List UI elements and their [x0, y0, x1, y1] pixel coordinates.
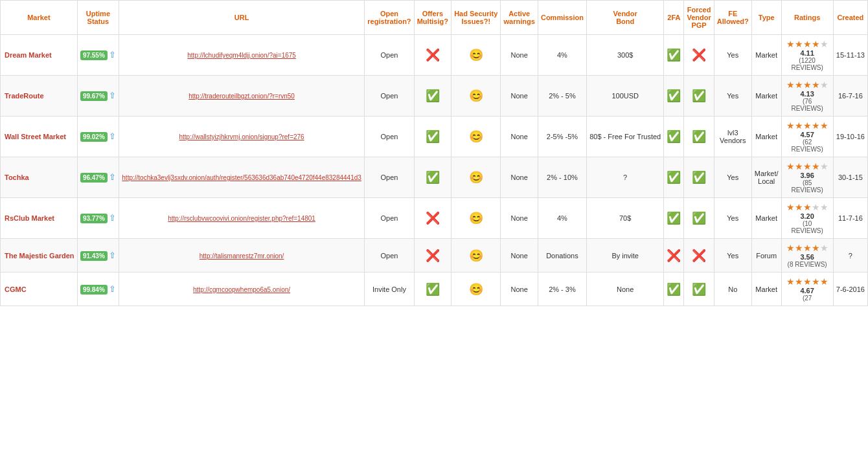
market-type: Market: [751, 198, 781, 239]
vendor-bond: 300$: [587, 35, 664, 76]
forced-pgp: ✅: [684, 157, 714, 198]
star-display: ★★★★★: [784, 120, 830, 131]
active-warnings: None: [501, 273, 538, 306]
market-name[interactable]: Wall Street Market: [1, 117, 78, 157]
uptime-status: 97.55%⇧: [77, 35, 119, 76]
col-header-multisig: Offers Multisig?: [414, 1, 451, 35]
check-icon: ✅: [426, 283, 440, 296]
commission: 4%: [538, 198, 586, 239]
fe-allowed: Yes: [714, 198, 751, 239]
market-name[interactable]: Dream Market: [1, 35, 78, 76]
star-display: ★★★★★: [784, 161, 830, 172]
uptime-status: 91.43%⇧: [77, 239, 119, 273]
created-date: 15-11-13: [833, 35, 867, 76]
uptime-badge: 93.77%: [80, 214, 108, 223]
col-header-fe: FE Allowed?: [714, 1, 751, 35]
uptime-arrow-icon: ⇧: [109, 251, 116, 260]
vendor-bond: None: [587, 273, 664, 306]
market-name[interactable]: RsClub Market: [1, 198, 78, 239]
uptime-arrow-icon: ⇧: [109, 50, 116, 60]
forced-pgp: ✅: [684, 76, 714, 117]
uptime-arrow-icon: ⇧: [109, 213, 116, 223]
uptime-arrow-icon: ⇧: [109, 131, 116, 141]
offers-multisig: ❌: [414, 35, 451, 76]
market-name[interactable]: The Majestic Garden: [1, 239, 78, 273]
market-url[interactable]: http://traderouteilbgzt.onion/?r=rvn50: [119, 76, 364, 117]
ratings: ★★★★★ 4.67 (27: [781, 273, 833, 306]
offers-multisig: ✅: [414, 157, 451, 198]
uptime-badge: 91.43%: [80, 251, 108, 261]
fe-allowed: Yes: [714, 35, 751, 76]
market-type: Forum: [751, 239, 781, 273]
ratings: ★★★★★ 3.20 (10 REVIEWS): [781, 198, 833, 239]
market-type: Market: [751, 117, 781, 157]
market-url[interactable]: http://cgmcoopwhempo6a5.onion/: [119, 273, 364, 306]
table-row: RsClub Market93.77%⇧http://rsclubvwcoovi…: [1, 198, 868, 239]
review-count: (85 REVIEWS): [784, 179, 830, 194]
rating-value: 4.13: [784, 90, 830, 98]
vendor-bond: 80$ - Free For Trusted: [587, 117, 664, 157]
created-date: ?: [833, 239, 867, 273]
security-issues: 😊: [451, 117, 501, 157]
created-date: 16-7-16: [833, 76, 867, 117]
fe-allowed: No: [714, 273, 751, 306]
open-registration: Invite Only: [365, 273, 414, 306]
ratings: ★★★★★ 4.11 (1220 REVIEWS): [781, 35, 833, 76]
commission: 2% - 5%: [538, 76, 586, 117]
security-issues: 😊: [451, 273, 501, 306]
market-url[interactable]: http://wallstyizjhkrvmj.onion/signup?ref…: [119, 117, 364, 157]
smile-icon: 😊: [469, 212, 483, 225]
two-fa: ✅: [664, 157, 684, 198]
two-fa: ✅: [664, 35, 684, 76]
table-row: Wall Street Market99.02%⇧http://wallstyi…: [1, 117, 868, 157]
uptime-status: 96.47%⇧: [77, 157, 119, 198]
uptime-badge: 99.67%: [80, 91, 108, 101]
offers-multisig: ✅: [414, 117, 451, 157]
star-display: ★★★★★: [784, 243, 830, 253]
market-name[interactable]: TradeRoute: [1, 76, 78, 117]
col-header-twofa: 2FA: [664, 1, 684, 35]
active-warnings: None: [501, 239, 538, 273]
open-registration: Open: [365, 198, 414, 239]
check-icon: ✅: [692, 171, 706, 184]
market-name[interactable]: CGMC: [1, 273, 78, 306]
commission: 2% - 3%: [538, 273, 586, 306]
rating-value: 4.11: [784, 49, 830, 57]
col-header-active_warn: Active warnings: [501, 1, 538, 35]
vendor-bond: ?: [587, 157, 664, 198]
col-header-ratings: Ratings: [781, 1, 833, 35]
security-issues: 😊: [451, 35, 501, 76]
two-fa: ✅: [664, 273, 684, 306]
offers-multisig: ❌: [414, 239, 451, 273]
uptime-badge: 99.84%: [80, 285, 108, 295]
review-count: (27: [784, 295, 830, 302]
market-url[interactable]: http://talismanrestz7mr.onion/: [119, 239, 364, 273]
market-url[interactable]: http://lchudifyeqm4ldjj.onion/?ai=1675: [119, 35, 364, 76]
commission: 4%: [538, 35, 586, 76]
col-header-vendor_bond: Vendor Bond: [587, 1, 664, 35]
offers-multisig: ❌: [414, 198, 451, 239]
col-header-commission: Commission: [538, 1, 586, 35]
market-type: Market: [751, 76, 781, 117]
two-fa: ✅: [664, 76, 684, 117]
cross-icon: ❌: [426, 212, 440, 225]
market-url[interactable]: http://rsclubvwcoovivi.onion/register.ph…: [119, 198, 364, 239]
rating-value: 3.20: [784, 212, 830, 220]
check-icon: ✅: [692, 283, 706, 296]
check-icon: ✅: [667, 49, 681, 61]
active-warnings: None: [501, 35, 538, 76]
star-display: ★★★★★: [784, 80, 830, 90]
active-warnings: None: [501, 76, 538, 117]
forced-pgp: ❌: [684, 239, 714, 273]
review-count: (76 REVIEWS): [784, 98, 830, 112]
market-name[interactable]: Tochka: [1, 157, 78, 198]
check-icon: ✅: [426, 130, 440, 143]
open-registration: Open: [365, 76, 414, 117]
review-count: (62 REVIEWS): [784, 139, 830, 153]
uptime-status: 99.84%⇧: [77, 273, 119, 306]
market-url[interactable]: http://tochka3evlj3sxdv.onion/auth/regis…: [119, 157, 364, 198]
rating-value: 4.67: [784, 287, 830, 295]
check-icon: ✅: [692, 130, 706, 143]
market-type: Market: [751, 273, 781, 306]
col-header-url: URL: [119, 1, 364, 35]
